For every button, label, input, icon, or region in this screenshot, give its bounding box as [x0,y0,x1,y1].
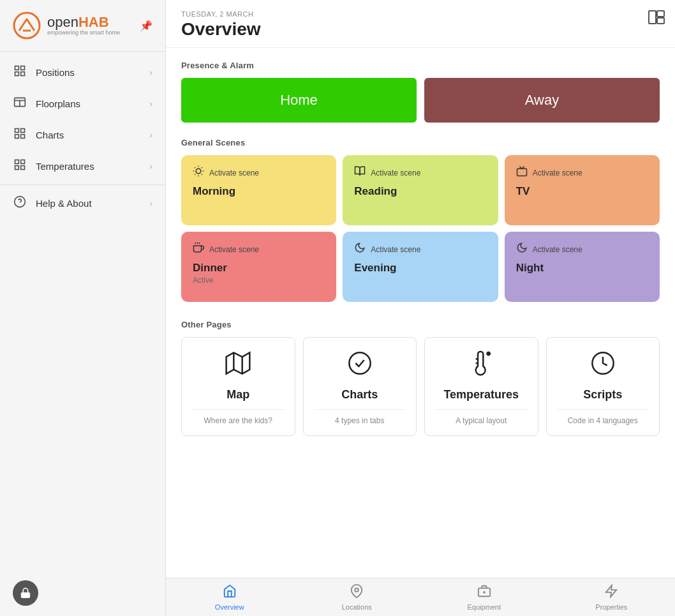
help-icon [13,195,27,211]
charts-page-title: Charts [314,388,406,402]
svg-rect-21 [657,11,664,17]
sidebar-item-temperatures[interactable]: Temperatures › [0,151,165,182]
map-page-icon [192,350,285,382]
logo-brand: openHAB [47,15,120,30]
page-card-map[interactable]: Map Where are the kids? [181,337,295,436]
charts-icon [13,127,27,143]
logo-hab: HAB [78,14,109,30]
morning-scene-name: Morning [193,185,325,198]
scene-card-tv[interactable]: Activate scene TV [505,155,660,225]
sidebar-item-temperatures-label: Temperatures [36,161,94,172]
sidebar-item-help[interactable]: Help & About › [0,188,165,219]
scene-card-morning-header: Activate scene [193,165,325,180]
dinner-activate-label: Activate scene [209,245,259,254]
sidebar-item-positions-label: Positions [36,67,75,78]
pin-icon[interactable]: 📌 [140,20,152,32]
other-pages-section-title: Other Pages [181,320,660,329]
scene-card-morning[interactable]: Activate scene Morning [181,155,336,225]
tab-properties[interactable]: Properties [548,578,676,616]
locations-tab-label: Locations [342,603,372,611]
chevron-right-icon: › [150,162,152,171]
bottom-navigation: Overview Locations Equipment Properties [166,578,675,616]
temperatures-page-icon [435,350,528,382]
sidebar-item-floorplans[interactable]: Floorplans › [0,88,165,119]
floorplans-icon [13,96,27,112]
svg-line-26 [195,167,195,168]
evening-scene-icon [354,242,366,257]
main-header: TUESDAY, 2 MARCH Overview [166,0,675,48]
svg-rect-14 [21,160,25,164]
svg-rect-3 [21,66,25,70]
svg-rect-5 [21,72,25,76]
svg-point-23 [196,169,201,174]
main-content: TUESDAY, 2 MARCH Overview Presence & Ala… [166,0,675,616]
charts-page-desc: 4 types in tabs [314,409,406,425]
svg-rect-10 [21,129,25,133]
sidebar-item-charts[interactable]: Charts › [0,119,165,151]
properties-tab-icon [604,584,618,601]
layout-toggle-button[interactable] [648,11,665,27]
scene-card-evening-header: Activate scene [354,242,486,257]
sidebar-bottom [0,570,165,616]
sidebar: openHAB empowering the smart home 📌 Posi… [0,0,166,616]
dinner-scene-name: Dinner [193,262,325,274]
temperatures-page-desc: A typical layout [435,409,528,425]
other-pages-section: Other Pages Map Where are the kids? [181,320,660,436]
night-scene-name: Night [516,262,648,274]
svg-rect-12 [21,135,25,139]
svg-rect-20 [649,11,656,24]
scene-card-reading[interactable]: Activate scene Reading [343,155,498,225]
chevron-right-icon: › [150,199,152,208]
scripts-page-desc: Code in 4 languages [557,409,649,425]
scenes-grid: Activate scene Morning Activate scene Re… [181,155,660,302]
nav-divider [0,184,165,185]
temperatures-page-title: Temperatures [435,388,528,402]
scene-card-evening[interactable]: Activate scene Evening [343,232,498,302]
presence-alarm-section: Presence & Alarm Home Away [181,61,660,123]
svg-rect-16 [21,166,25,170]
reading-activate-label: Activate scene [371,169,420,177]
sidebar-navigation: Positions › Floorplans › Chart [0,52,165,570]
map-page-desc: Where are the kids? [192,409,285,425]
svg-point-47 [355,588,359,592]
morning-scene-icon [193,165,204,180]
page-card-scripts[interactable]: Scripts Code in 4 languages [546,337,660,436]
scrollable-content: Presence & Alarm Home Away General Scene… [166,48,675,578]
svg-point-39 [349,352,370,373]
home-button[interactable]: Home [181,78,417,123]
equipment-tab-label: Equipment [467,603,501,611]
overview-tab-label: Overview [215,603,244,611]
svg-point-0 [14,13,40,38]
svg-rect-11 [15,135,19,139]
svg-rect-9 [15,129,19,133]
scene-card-night[interactable]: Activate scene Night [505,232,660,302]
scene-card-dinner[interactable]: Activate scene Dinner Active [181,232,336,302]
away-button[interactable]: Away [424,78,660,123]
chevron-right-icon: › [150,68,152,77]
scripts-page-title: Scripts [557,388,649,402]
svg-rect-15 [15,166,19,170]
lock-button[interactable] [13,580,38,606]
map-page-title: Map [192,388,285,402]
tv-scene-name: TV [516,185,648,198]
page-title: Overview [181,19,660,40]
tab-locations[interactable]: Locations [293,578,421,616]
presence-section-title: Presence & Alarm [181,61,660,70]
svg-line-27 [202,174,202,175]
presence-buttons: Home Away [181,78,660,123]
page-card-temperatures[interactable]: Temperatures A typical layout [424,337,538,436]
positions-icon [13,64,27,80]
scripts-page-icon [557,350,649,382]
sidebar-item-positions[interactable]: Positions › [0,57,165,88]
dinner-scene-status: Active [193,276,325,285]
logo-text: openHAB empowering the smart home [47,15,120,36]
sidebar-logo: openHAB empowering the smart home 📌 [0,0,165,52]
tab-overview[interactable]: Overview [166,578,293,616]
openhab-logo-icon [13,11,41,40]
tv-scene-icon [516,165,528,180]
chevron-right-icon: › [150,130,152,140]
evening-activate-label: Activate scene [371,245,420,254]
scenes-section-title: General Scenes [181,138,660,147]
page-card-charts[interactable]: Charts 4 types in tabs [303,337,417,436]
tab-equipment[interactable]: Equipment [420,578,548,616]
